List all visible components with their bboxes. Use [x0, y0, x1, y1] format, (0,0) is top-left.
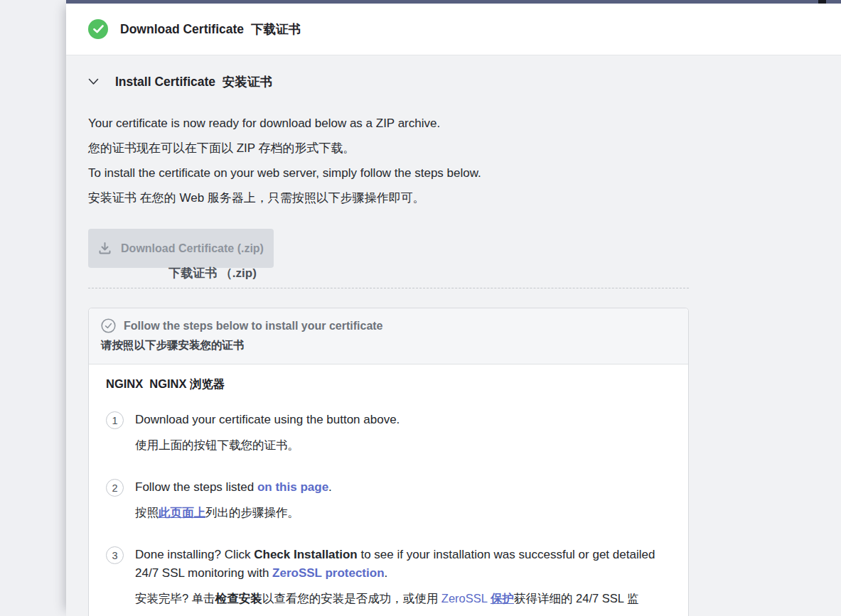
- step-2-text-en: Follow the steps listed on this page.: [135, 478, 332, 497]
- intro-line-4-zh: 安装证书 在您的 Web 服务器上，只需按照以下步骤操作即可。: [88, 185, 841, 210]
- check-installation-emphasis: Check Installation: [254, 548, 357, 561]
- download-icon: [98, 242, 112, 255]
- steps-card-header: Follow the steps below to install your c…: [89, 308, 688, 364]
- step-2-number: 2: [106, 479, 124, 497]
- check-installation-emphasis-zh: 检查安装: [215, 592, 262, 605]
- zerossl-link-zh-part2: 保护: [491, 592, 514, 605]
- step-1: 1 Download your certificate using the bu…: [106, 411, 671, 454]
- scrollbar-thumb[interactable]: [818, 0, 826, 4]
- step-1-number: 1: [106, 411, 124, 429]
- success-check-icon: [88, 19, 108, 39]
- step-3-zh-post: 获得详细的 24/7 SSL 监: [514, 592, 638, 605]
- step-2-text-zh: 按照此页面上列出的步骤操作。: [135, 503, 332, 522]
- step-3-en-pre: Done installing? Click: [135, 548, 254, 561]
- step-3-number: 3: [106, 546, 124, 564]
- chevron-down-icon[interactable]: [88, 78, 99, 85]
- step-2-zh-post: 列出的步骤操作。: [205, 506, 299, 519]
- wizard-panel: Download Certificate下载证书 Install Certifi…: [66, 0, 841, 616]
- step-2-en-pre: Follow the steps listed: [135, 480, 257, 494]
- install-step-title-zh: 安装证书: [223, 75, 272, 89]
- dotted-divider: [88, 288, 689, 288]
- on-this-page-link[interactable]: on this page: [257, 480, 328, 494]
- intro-line-3-en: To install the certificate on your web s…: [88, 161, 841, 185]
- install-steps-card: Follow the steps below to install your c…: [88, 308, 689, 616]
- step-3-zh-pre: 安装完毕? 单击: [135, 592, 215, 605]
- install-step-title: Install Certificate安装证书: [115, 73, 272, 90]
- install-step-toggle[interactable]: Install Certificate安装证书: [88, 72, 841, 91]
- steps-card-header-en: Follow the steps below to install your c…: [124, 320, 383, 333]
- page-left-gutter: [0, 0, 66, 616]
- server-type-zh: NGINX 浏览器: [149, 377, 225, 390]
- step-3-en-post: .: [385, 566, 388, 580]
- done-step-title: Download Certificate下载证书: [120, 21, 301, 38]
- download-certificate-button[interactable]: Download Certificate (.zip): [88, 229, 274, 268]
- download-button-caption-zh: 下载证书 （.zip): [109, 264, 316, 283]
- step-2-en-post: .: [328, 480, 332, 494]
- done-step-title-zh: 下载证书: [251, 22, 301, 36]
- done-step-title-en: Download Certificate: [120, 22, 244, 36]
- step-2: 2 Follow the steps listed on this page. …: [106, 478, 671, 522]
- server-type-heading: NGINXNGINX 浏览器: [106, 377, 671, 392]
- step-1-text-en: Download your certificate using the butt…: [135, 411, 400, 429]
- step-3-text-zh: 安装完毕? 单击检查安装以查看您的安装是否成功，或使用 ZeroSSL 保护获得…: [135, 589, 671, 607]
- zerossl-protection-link-zh[interactable]: ZeroSSL 保护: [441, 592, 514, 605]
- zerossl-link-zh-part1: ZeroSSL: [441, 592, 491, 605]
- intro-text: Your certificate is now ready for downlo…: [88, 111, 841, 210]
- install-step-title-en: Install Certificate: [115, 75, 215, 89]
- step-1-text-zh: 使用上面的按钮下载您的证书。: [135, 436, 400, 454]
- circle-check-outline-icon: [101, 318, 116, 333]
- download-button-label: Download Certificate (.zip): [121, 242, 264, 255]
- certificate-wizard-screen: Download Certificate下载证书 Install Certifi…: [0, 0, 841, 616]
- steps-card-header-zh: 请按照以下步骤安装您的证书: [101, 338, 674, 353]
- step-3: 3 Done installing? Click Check Installat…: [106, 546, 671, 607]
- intro-line-1-en: Your certificate is now ready for downlo…: [88, 111, 841, 136]
- top-accent-bar: [66, 0, 841, 4]
- intro-line-2-zh: 您的证书现在可以在下面以 ZIP 存档的形式下载。: [88, 136, 841, 161]
- server-type-en: NGINX: [106, 377, 143, 390]
- step-download-certificate-header: Download Certificate下载证书: [66, 4, 841, 55]
- steps-list: 1 Download your certificate using the bu…: [106, 411, 671, 607]
- step-2-zh-pre: 按照: [135, 506, 159, 519]
- install-step-content: Install Certificate安装证书 Your certificate…: [66, 72, 841, 616]
- step-3-text-en: Done installing? Click Check Installatio…: [135, 546, 671, 583]
- zerossl-protection-link[interactable]: ZeroSSL protection: [272, 566, 384, 580]
- steps-card-body: NGINXNGINX 浏览器 1 Download your certifica…: [89, 364, 688, 616]
- on-this-page-link-zh[interactable]: 此页面上: [159, 506, 205, 519]
- step-3-zh-mid: 以查看您的安装是否成功，或使用: [262, 592, 441, 605]
